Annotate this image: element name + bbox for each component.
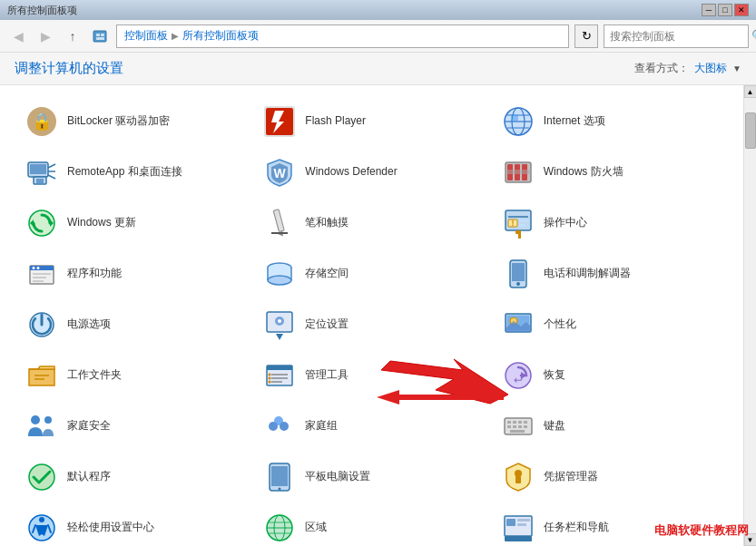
- control-item-winupdate[interactable]: Windows 更新: [15, 198, 252, 249]
- bitlocker-icon: 🔒: [25, 105, 58, 138]
- up-button[interactable]: ↑: [62, 25, 83, 47]
- tablet-icon: [263, 461, 296, 493]
- location-icon: [263, 308, 296, 341]
- action-label: 操作中心: [544, 216, 587, 230]
- forward-button[interactable]: ▶: [34, 25, 56, 47]
- svg-point-60: [278, 319, 281, 323]
- default-icon: [25, 461, 58, 493]
- winupdate-icon: [25, 207, 58, 239]
- keyboard-label: 键盘: [544, 419, 565, 434]
- view-current[interactable]: 大图标: [694, 61, 727, 76]
- personal-label: 个性化: [544, 317, 576, 332]
- action-icon: !: [502, 207, 535, 239]
- breadcrumb-all-items[interactable]: 所有控制面板项: [182, 28, 259, 44]
- home-button[interactable]: [89, 25, 111, 47]
- control-item-action[interactable]: !操作中心: [491, 198, 729, 249]
- scroll-thumb[interactable]: [745, 112, 756, 149]
- search-button[interactable]: 🔍: [751, 25, 756, 47]
- svg-point-45: [37, 267, 40, 269]
- easy-icon: [25, 512, 58, 544]
- svg-rect-16: [30, 164, 46, 174]
- svg-rect-95: [271, 466, 288, 486]
- view-dropdown-icon[interactable]: ▼: [732, 63, 741, 73]
- control-item-family[interactable]: 家庭安全: [15, 401, 252, 452]
- control-item-flash[interactable]: Flash Player: [252, 96, 490, 147]
- svg-rect-90: [518, 425, 522, 428]
- control-item-programs[interactable]: 程序和功能: [15, 249, 252, 299]
- svg-rect-2: [101, 34, 104, 36]
- control-item-tablet[interactable]: 平板电脑设置: [252, 452, 490, 502]
- svg-rect-88: [507, 425, 511, 428]
- svg-rect-98: [515, 476, 521, 483]
- workfolder-icon: [25, 359, 58, 392]
- svg-rect-18: [36, 179, 44, 183]
- control-item-defender[interactable]: WWindows Defender: [252, 147, 490, 198]
- storage-icon: [263, 258, 296, 290]
- defender-icon: W: [263, 156, 296, 189]
- watermark: 电脑软硬件教程网: [654, 522, 749, 539]
- control-item-internet[interactable]: Internet 选项: [491, 96, 729, 147]
- control-item-bitlocker[interactable]: 🔒BitLocker 驱动器加密: [15, 96, 252, 147]
- control-item-storage[interactable]: 存储空间: [252, 249, 490, 299]
- svg-rect-111: [517, 519, 530, 522]
- minimize-button[interactable]: ─: [702, 4, 716, 16]
- search-input[interactable]: [604, 30, 751, 43]
- items-grid: 🔒BitLocker 驱动器加密Flash PlayerInternet 选项R…: [15, 96, 729, 546]
- svg-line-21: [48, 175, 55, 179]
- breadcrumb-arrow: ▶: [172, 31, 179, 41]
- maximize-button[interactable]: □: [718, 4, 732, 16]
- control-item-recovery[interactable]: ↩恢复: [491, 350, 729, 401]
- scroll-up-arrow[interactable]: ▲: [744, 85, 757, 98]
- svg-rect-85: [513, 421, 516, 424]
- control-item-default[interactable]: 默认程序: [15, 452, 252, 502]
- close-button[interactable]: ✕: [734, 4, 749, 16]
- power-icon: [25, 308, 58, 341]
- control-item-firewall[interactable]: Windows 防火墙: [491, 147, 729, 198]
- control-item-pen[interactable]: 笔和触摸: [252, 198, 490, 249]
- programs-icon: [25, 258, 58, 290]
- svg-rect-91: [524, 425, 527, 428]
- control-item-homegroup[interactable]: 家庭组: [252, 401, 490, 452]
- control-item-remote[interactable]: RemoteApp 和桌面连接: [15, 147, 252, 198]
- title-text: 所有控制面板项: [7, 4, 77, 17]
- main-container: 🔒BitLocker 驱动器加密Flash PlayerInternet 选项R…: [0, 85, 756, 546]
- control-item-power[interactable]: 电源选项: [15, 299, 252, 350]
- power-label: 电源选项: [67, 317, 111, 332]
- svg-rect-41: [515, 230, 521, 234]
- control-item-easy[interactable]: 轻松使用设置中心: [15, 502, 252, 546]
- svg-point-97: [515, 470, 522, 477]
- svg-point-51: [268, 276, 291, 285]
- phone-icon: [502, 258, 535, 290]
- control-item-region[interactable]: 区域: [252, 502, 490, 546]
- control-item-credential[interactable]: 凭据管理器: [491, 452, 729, 502]
- back-button[interactable]: ◀: [7, 25, 29, 47]
- toolbar: 调整计算机的设置 查看方式： 大图标 ▼: [0, 53, 756, 85]
- control-item-manage[interactable]: 管理工具: [252, 350, 490, 401]
- control-item-phone[interactable]: 电话和调制解调器: [491, 249, 729, 299]
- control-item-workfolder[interactable]: 工作文件夹: [15, 350, 252, 401]
- svg-point-73: [269, 377, 271, 380]
- svg-text:↩: ↩: [514, 374, 523, 386]
- control-item-personal[interactable]: 个性化: [491, 299, 729, 350]
- control-item-location[interactable]: 定位设置: [252, 299, 490, 350]
- family-label: 家庭安全: [67, 419, 111, 434]
- control-item-keyboard[interactable]: 键盘: [491, 401, 729, 452]
- manage-icon: [263, 359, 296, 392]
- svg-text:W: W: [274, 166, 287, 180]
- phone-label: 电话和调制解调器: [544, 267, 631, 281]
- pen-icon: [263, 207, 296, 239]
- svg-point-74: [269, 381, 271, 384]
- firewall-icon: [502, 156, 535, 189]
- address-field[interactable]: 控制面板 ▶ 所有控制面板项: [116, 24, 569, 48]
- manage-label: 管理工具: [305, 368, 349, 383]
- search-box[interactable]: 🔍: [604, 24, 749, 48]
- refresh-button[interactable]: ↻: [574, 24, 598, 48]
- winupdate-label: Windows 更新: [67, 216, 136, 230]
- personal-icon: [502, 308, 535, 341]
- breadcrumb-control-panel[interactable]: 控制面板: [124, 28, 168, 44]
- credential-label: 凭据管理器: [544, 470, 598, 484]
- svg-point-72: [269, 374, 271, 376]
- homegroup-icon: [263, 410, 296, 443]
- recovery-label: 恢复: [544, 368, 565, 383]
- svg-rect-86: [518, 421, 522, 424]
